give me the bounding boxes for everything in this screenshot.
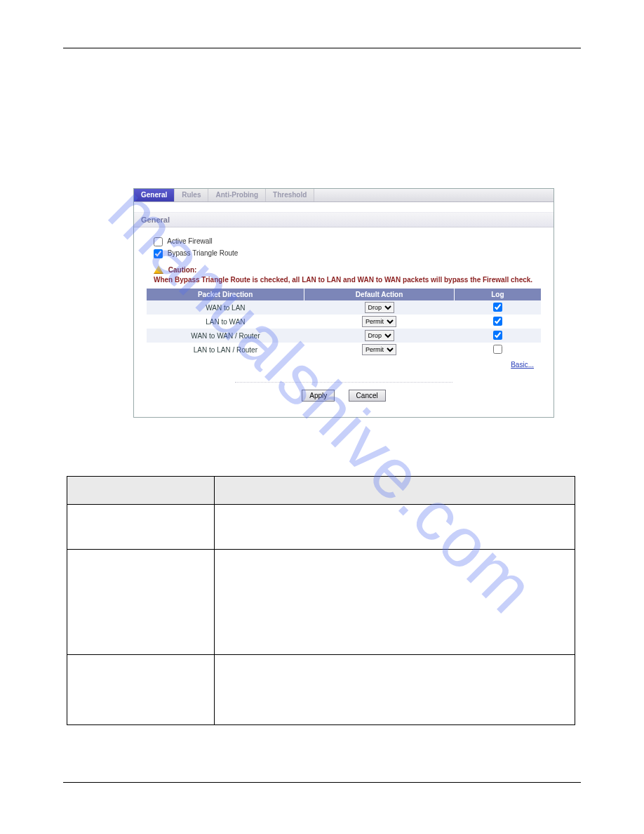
page-rule-top (63, 48, 581, 48)
caution-text: When Bypass Triangle Route is checked, a… (154, 275, 541, 284)
panel-body: Active Firewall Bypass Triangle Route Ca… (134, 227, 554, 417)
table-row (67, 505, 575, 550)
col-log: Log (454, 289, 541, 300)
firewall-panel: General Rules Anti-Probing Threshold Gen… (133, 188, 554, 418)
log-checkbox-wan-to-lan[interactable] (493, 303, 502, 312)
active-firewall-checkbox[interactable] (154, 237, 163, 246)
table-row: WAN to WAN / Router Drop (147, 329, 541, 343)
tab-threshold[interactable]: Threshold (266, 189, 314, 201)
desc-cell (67, 505, 215, 550)
col-direction: Packet Direction (147, 289, 304, 300)
caution-heading-row: Caution: (154, 265, 541, 274)
description-table (67, 476, 575, 725)
desc-cell (215, 550, 575, 655)
log-checkbox-lan-to-lan-router[interactable] (493, 345, 502, 354)
table-row (67, 550, 575, 655)
desc-cell (67, 655, 215, 725)
basic-link[interactable]: Basic... (511, 361, 534, 369)
desc-cell (67, 550, 215, 655)
table-row: LAN to WAN Permit (147, 315, 541, 329)
action-cell: Drop (304, 300, 455, 315)
action-cell: Permit (304, 315, 455, 329)
active-firewall-row: Active Firewall (154, 237, 541, 246)
warning-icon (154, 265, 163, 274)
active-firewall-label: Active Firewall (167, 237, 212, 245)
basic-link-row: Basic... (147, 357, 541, 369)
direction-cell: WAN to WAN / Router (147, 329, 304, 343)
cancel-button[interactable]: Cancel (349, 390, 386, 402)
log-cell (454, 300, 541, 315)
divider-dotted (235, 382, 452, 383)
direction-cell: LAN to LAN / Router (147, 343, 304, 357)
desc-cell (215, 505, 575, 550)
desc-th-right (215, 477, 575, 505)
table-row: WAN to LAN Drop (147, 300, 541, 315)
col-action: Default Action (304, 289, 455, 300)
button-row: Apply Cancel (147, 390, 541, 406)
caution-heading: Caution: (168, 266, 197, 274)
table-row (67, 655, 575, 725)
bypass-triangle-checkbox[interactable] (154, 249, 163, 258)
action-select-lan-to-lan-router[interactable]: Permit (362, 344, 396, 355)
log-cell (454, 343, 541, 357)
direction-cell: WAN to LAN (147, 300, 304, 315)
table-row: LAN to LAN / Router Permit (147, 343, 541, 357)
desc-th-left (67, 477, 215, 505)
page-rule-bottom (63, 782, 581, 783)
action-select-wan-to-wan-router[interactable]: Drop (365, 330, 394, 341)
tab-rules[interactable]: Rules (175, 189, 208, 201)
section-heading-general: General (134, 212, 554, 227)
tab-bar: General Rules Anti-Probing Threshold (134, 189, 554, 202)
action-select-wan-to-lan[interactable]: Drop (365, 302, 394, 313)
log-cell (454, 315, 541, 329)
bypass-triangle-row: Bypass Triangle Route (154, 249, 541, 258)
action-select-lan-to-wan[interactable]: Permit (362, 316, 396, 327)
action-cell: Permit (304, 343, 455, 357)
tab-anti-probing[interactable]: Anti-Probing (208, 189, 266, 201)
firewall-rules-table: Packet Direction Default Action Log WAN … (147, 289, 541, 357)
apply-button[interactable]: Apply (302, 390, 335, 402)
action-cell: Drop (304, 329, 455, 343)
direction-cell: LAN to WAN (147, 315, 304, 329)
tab-general[interactable]: General (134, 189, 175, 201)
log-cell (454, 329, 541, 343)
bypass-triangle-label: Bypass Triangle Route (168, 249, 239, 257)
log-checkbox-wan-to-wan-router[interactable] (493, 331, 502, 340)
desc-cell (215, 655, 575, 725)
log-checkbox-lan-to-wan[interactable] (493, 317, 502, 326)
